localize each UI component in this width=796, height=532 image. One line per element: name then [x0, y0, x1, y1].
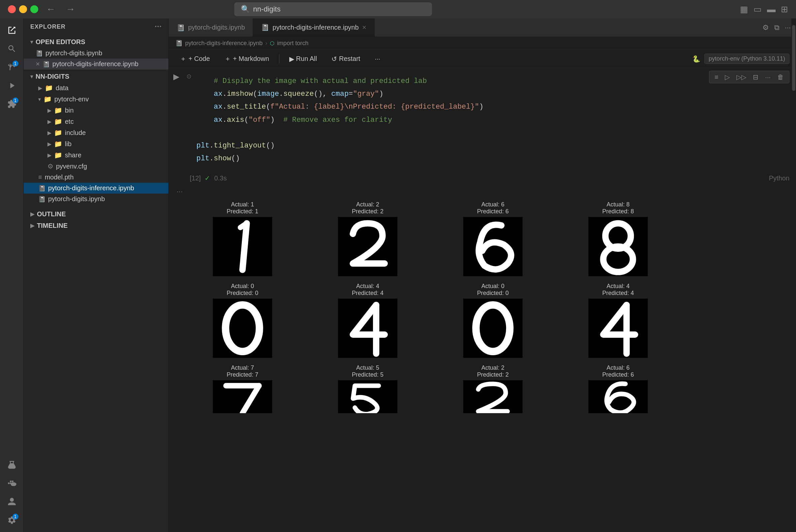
cell-format-button[interactable]: ≡ [713, 73, 721, 82]
cell-code-content: # Display the image with actual and pred… [190, 68, 796, 172]
output-image-4: Actual: 8 Predicted: 8 [559, 201, 677, 276]
tab-pytorch-digits[interactable]: 📓 pytorch-digits.ipynb [169, 18, 253, 37]
layout-icon[interactable]: ▭ [754, 4, 762, 15]
image-label-7-actual: Actual: 0 [434, 283, 552, 290]
breadcrumb: 📓 pytorch-digits-inference.ipynb › ⬡ imp… [169, 37, 796, 50]
cell-expand-icon[interactable]: ⊙ [186, 73, 192, 80]
code-line-2: ax.imshow(image.squeeze(), cmap="gray") [196, 88, 790, 100]
folder-chevron-share: ▶ [48, 152, 51, 158]
tab-pytorch-digits-inference[interactable]: 📓 pytorch-digits-inference.ipynb ✕ [253, 18, 374, 37]
split-editor-icon[interactable]: ⧉ [774, 23, 779, 32]
folder-chevron-include: ▶ [48, 130, 51, 136]
activity-source-control[interactable]: 1 [4, 59, 20, 75]
activity-docker[interactable] [4, 475, 20, 491]
editor: 📓 pytorch-digits.ipynb 📓 pytorch-digits-… [169, 18, 796, 532]
folder-label-include: include [65, 129, 86, 137]
activity-accounts[interactable] [4, 494, 20, 510]
open-file-2[interactable]: ✕ 📓 pytorch-digits-inference.ipynb [24, 59, 168, 70]
sidebar-item-data[interactable]: ▶ 📁 data [24, 82, 168, 94]
more-notebook-button[interactable]: ··· [370, 53, 385, 64]
cell-more-button[interactable]: ··· [763, 73, 773, 82]
folder-icon-etc: 📁 [54, 117, 62, 126]
restart-button[interactable]: ↺ Restart [327, 53, 365, 65]
sidebar-item-pytorch-env[interactable]: ▾ 📁 pytorch-env [24, 94, 168, 105]
scrollbar[interactable] [791, 18, 796, 516]
cell-delete-button[interactable]: 🗑 [775, 73, 786, 82]
scrollbar-thumb[interactable] [792, 25, 795, 91]
output-row-1: Actual: 1 Predicted: 1 Actual: 2 Predict… [183, 201, 677, 276]
svg-rect-4 [12, 481, 14, 482]
image-label-12-actual: Actual: 6 [559, 364, 677, 371]
nav-back-button[interactable]: ← [43, 3, 58, 16]
customize-icon[interactable]: ⊞ [781, 4, 788, 15]
sidebar-item-inference[interactable]: 📓 pytorch-digits-inference.ipynb [24, 183, 168, 194]
settings-icon[interactable]: ⚙ [762, 23, 769, 32]
folder-label-lib: lib [65, 140, 72, 148]
digit-svg-1 [213, 217, 272, 276]
image-label-10-actual: Actual: 5 [308, 364, 427, 371]
digit-svg-6 [463, 217, 523, 276]
sidebar-item-include[interactable]: ▶ 📁 include [24, 127, 168, 138]
image-label-6-predicted: Predicted: 4 [308, 290, 427, 297]
digit-img-2b [463, 380, 523, 413]
activity-search[interactable] [4, 41, 20, 57]
minimize-button[interactable] [19, 5, 27, 13]
folder-chevron-pytorch-env: ▾ [38, 96, 41, 102]
close-button[interactable] [8, 5, 16, 13]
sidebar-item-bin[interactable]: ▶ 📁 bin [24, 105, 168, 116]
close-file-2-icon[interactable]: ✕ [36, 61, 40, 67]
breadcrumb-location[interactable]: import torch [277, 40, 308, 47]
titlebar: ← → 🔍 nn-digits ▦ ▭ ▬ ⊞ [0, 0, 796, 18]
run-all-button[interactable]: ▶ Run All [285, 53, 322, 65]
sidebar-more-icon[interactable]: ··· [155, 22, 162, 31]
sidebar-item-pyvenv[interactable]: ⚙ pyvenv.cfg [24, 161, 168, 172]
nav-forward-button[interactable]: → [63, 3, 78, 16]
project-header[interactable]: ▾ NN-DIGITS [24, 71, 168, 82]
cell-run-below-button[interactable]: ▷▷ [735, 72, 748, 82]
output-image-1: Actual: 1 Predicted: 1 [183, 201, 302, 276]
fullscreen-button[interactable] [30, 5, 38, 13]
outline-header[interactable]: ▶ OUTLINE [24, 208, 168, 220]
sidebar-item-modelpth[interactable]: ≡ model.pth [24, 172, 168, 183]
output-cell: ··· Actual: 1 Predicted: 1 [169, 185, 796, 418]
more-actions-icon[interactable]: ··· [785, 23, 791, 32]
tab-2-icon: 📓 [261, 23, 269, 31]
code-editor[interactable]: # Display the image with actual and pred… [196, 72, 790, 168]
output-more-button[interactable]: ··· [170, 185, 796, 198]
add-markdown-button[interactable]: ＋ + Markdown [220, 52, 274, 65]
cell-language: Python [769, 174, 790, 182]
breadcrumb-file[interactable]: pytorch-digits-inference.ipynb [185, 40, 263, 47]
open-file-1[interactable]: 📓 pytorch-digits.ipynb [24, 48, 168, 59]
titlebar-icons: ▦ ▭ ▬ ⊞ [740, 4, 788, 15]
sidebar-toggle-icon[interactable]: ▦ [740, 4, 748, 15]
cell-run-above-button[interactable]: ▷ [723, 72, 732, 82]
sidebar-item-share[interactable]: ▶ 📁 share [24, 150, 168, 161]
activity-flask[interactable] [4, 457, 20, 473]
cell-run-button[interactable]: ▶ [173, 72, 179, 81]
tab-2-close-icon[interactable]: ✕ [362, 24, 366, 31]
restart-icon: ↺ [331, 55, 337, 63]
panel-icon[interactable]: ▬ [767, 4, 776, 15]
cell-split-button[interactable]: ⊟ [751, 72, 760, 82]
open-editors-header[interactable]: ▾ OPEN EDITORS [24, 36, 168, 48]
image-label-7-predicted: Predicted: 0 [434, 290, 552, 297]
code-line-5 [196, 127, 790, 139]
folder-label-data: data [56, 84, 69, 92]
env-badge[interactable]: pytorch-env (Python 3.10.11) [704, 54, 790, 64]
folder-label-share: share [65, 151, 82, 159]
activity-run[interactable] [4, 78, 20, 94]
timeline-header[interactable]: ▶ TIMELINE [24, 220, 168, 231]
output-image-9: Actual: 7 Predicted: 7 [183, 364, 302, 413]
activity-explorer[interactable] [4, 22, 20, 38]
image-label-3-actual: Actual: 6 [434, 201, 552, 208]
activity-settings[interactable]: 1 [4, 512, 20, 528]
sidebar-item-digits[interactable]: 📓 pytorch-digits.ipynb [24, 194, 168, 205]
image-label-2-predicted: Predicted: 2 [308, 208, 427, 215]
folder-label-bin: bin [65, 107, 74, 114]
sidebar-item-lib[interactable]: ▶ 📁 lib [24, 138, 168, 150]
image-label-9-predicted: Predicted: 7 [183, 371, 302, 378]
sidebar-item-etc[interactable]: ▶ 📁 etc [24, 116, 168, 127]
add-code-button[interactable]: ＋ + Code [175, 52, 215, 65]
search-bar[interactable]: 🔍 nn-digits [234, 2, 432, 16]
activity-extensions[interactable]: 1 [4, 96, 20, 112]
